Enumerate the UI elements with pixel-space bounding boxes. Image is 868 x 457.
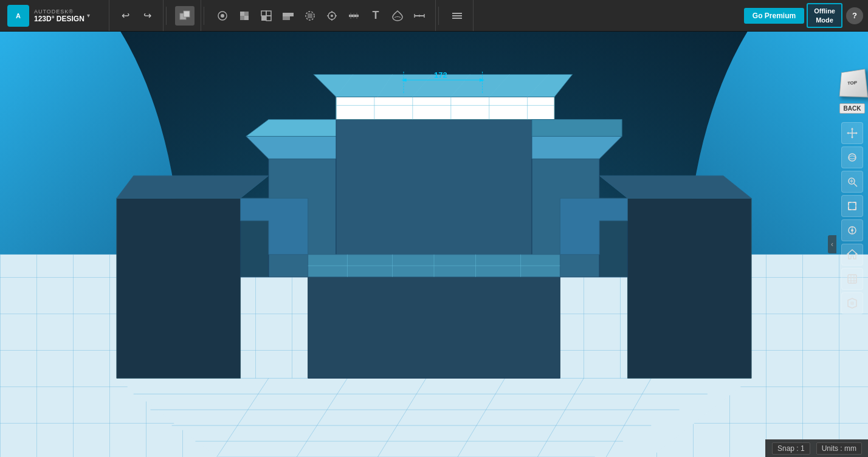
sketch-button[interactable] [213, 6, 232, 26]
pan-icon [847, 128, 858, 139]
dimension-label: 172 [434, 70, 447, 80]
modify-button[interactable] [257, 6, 276, 26]
view-cube-face[interactable]: TOP [839, 69, 868, 97]
svg-point-20 [331, 15, 333, 17]
layers-button[interactable] [447, 6, 467, 26]
svg-rect-117 [848, 275, 856, 283]
orbit-button[interactable] [841, 146, 863, 168]
sketch-icon [216, 10, 229, 22]
display-button[interactable] [841, 292, 863, 314]
svg-rect-6 [240, 16, 244, 20]
svg-point-113 [851, 229, 853, 232]
text-button[interactable]: T [366, 6, 385, 26]
material-button[interactable] [388, 6, 407, 26]
logo-icon: A [7, 5, 29, 27]
pattern-button[interactable] [278, 6, 298, 26]
svg-marker-56 [336, 120, 532, 277]
3d-viewport[interactable]: 172 TOP BACK [0, 32, 868, 457]
material-view-icon [847, 273, 858, 284]
divider-1 [166, 7, 167, 25]
home-view-icon [847, 249, 858, 260]
material-view-button[interactable] [841, 268, 863, 290]
svg-point-98 [849, 154, 856, 161]
svg-rect-13 [286, 13, 290, 16]
svg-point-123 [850, 301, 854, 305]
svg-marker-49 [117, 198, 241, 378]
modify-icon [260, 10, 272, 22]
svg-marker-50 [117, 176, 269, 198]
main-toolbar: A AUTODESK® 123D° DESIGN ▾ ↩ ↪ [0, 0, 868, 32]
home-view-button[interactable] [841, 244, 863, 266]
main-tools-section: T [207, 0, 436, 31]
logo-dropdown-arrow[interactable]: ▾ [87, 12, 90, 19]
svg-rect-1 [184, 11, 190, 17]
fit-view-button[interactable] [841, 195, 863, 217]
primitives-button[interactable] [175, 6, 195, 26]
primitives-section [169, 0, 201, 31]
measure-icon [348, 10, 360, 22]
svg-marker-73 [532, 136, 622, 159]
3d-model[interactable]: 172 [0, 63, 868, 457]
construct-icon [238, 10, 250, 22]
redo-button[interactable]: ↪ [137, 6, 157, 26]
status-bar: Snap : 1 Units : mm [765, 439, 868, 457]
pattern-icon [282, 10, 294, 22]
product-name: 123D° DESIGN [34, 15, 84, 23]
ruler-button[interactable] [410, 6, 429, 26]
svg-rect-5 [244, 12, 249, 16]
logo-area[interactable]: A AUTODESK® 123D° DESIGN ▾ [0, 0, 109, 31]
material-icon [391, 10, 404, 22]
undo-redo-section: ↩ ↪ [109, 0, 164, 31]
back-view-button[interactable]: BACK [839, 103, 866, 114]
units-setting[interactable]: Units : mm [816, 442, 862, 455]
logo-text: AUTODESK® 123D° DESIGN [34, 9, 84, 23]
measure-button[interactable] [344, 6, 363, 26]
svg-rect-16 [286, 16, 290, 20]
svg-marker-57 [336, 97, 554, 120]
svg-marker-97 [856, 132, 858, 134]
zoom-button[interactable] [841, 171, 863, 193]
svg-marker-95 [851, 137, 853, 139]
zoom-icon [847, 176, 858, 187]
svg-marker-94 [851, 128, 853, 129]
display-icon [847, 298, 858, 309]
svg-marker-96 [847, 132, 849, 134]
svg-rect-8 [261, 11, 266, 16]
fit-view-icon [847, 201, 858, 211]
svg-rect-9 [266, 11, 271, 16]
svg-rect-103 [849, 202, 856, 210]
svg-rect-4 [240, 12, 244, 16]
brand-name: AUTODESK® [34, 9, 84, 15]
svg-marker-36 [117, 378, 751, 457]
snap-button[interactable] [322, 6, 342, 26]
orbit-icon [847, 152, 858, 163]
view-cube[interactable]: TOP [839, 69, 866, 96]
perspective-button[interactable] [841, 219, 863, 241]
divider-2 [204, 7, 204, 25]
svg-marker-52 [599, 176, 751, 198]
svg-rect-14 [290, 13, 294, 16]
help-button[interactable]: ? [846, 7, 863, 24]
svg-rect-18 [308, 13, 312, 18]
svg-rect-11 [266, 16, 271, 21]
perspective-icon [847, 225, 858, 236]
offline-mode-button[interactable]: Offline Mode [807, 3, 842, 28]
svg-rect-7 [244, 16, 249, 20]
divider-3 [438, 7, 439, 25]
ruler-icon [413, 10, 425, 22]
undo-button[interactable]: ↩ [115, 6, 135, 26]
svg-point-3 [221, 14, 224, 18]
group-button[interactable] [300, 6, 320, 26]
construct-button[interactable] [235, 6, 254, 26]
svg-marker-116 [847, 250, 857, 259]
svg-marker-77 [308, 277, 560, 379]
go-premium-button[interactable]: Go Premium [744, 8, 804, 24]
primitives-icon [179, 10, 191, 22]
svg-marker-76 [599, 221, 627, 277]
svg-marker-51 [627, 198, 751, 378]
svg-rect-15 [283, 16, 286, 20]
panel-collapse-arrow[interactable]: ‹ [828, 235, 836, 253]
pan-button[interactable] [841, 122, 863, 144]
svg-marker-54 [246, 136, 348, 159]
snap-setting[interactable]: Snap : 1 [772, 442, 810, 455]
